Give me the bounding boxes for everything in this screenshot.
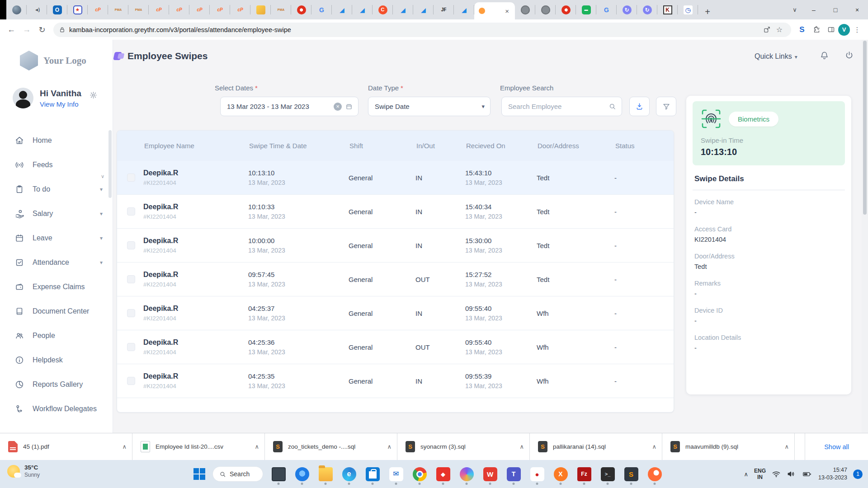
new-tab-button[interactable]: + bbox=[700, 4, 715, 19]
pinned-tab[interactable] bbox=[291, 0, 311, 19]
taskbar-app-icon[interactable]: T bbox=[502, 462, 525, 486]
employee-search-input[interactable] bbox=[502, 97, 609, 116]
taskbar-app-icon[interactable]: ◆ bbox=[431, 462, 455, 486]
reload-button[interactable]: ↻ bbox=[34, 22, 50, 38]
pinned-tab[interactable]: PMA bbox=[108, 0, 128, 19]
row-checkbox[interactable] bbox=[127, 241, 135, 249]
extensions-puzzle-icon[interactable] bbox=[809, 23, 824, 37]
pinned-tab[interactable] bbox=[556, 0, 576, 19]
back-button[interactable]: ← bbox=[4, 22, 19, 38]
pinned-tab[interactable]: G bbox=[311, 0, 332, 19]
taskbar-app-icon[interactable] bbox=[643, 462, 666, 486]
logout-power-icon[interactable] bbox=[844, 51, 854, 60]
taskbar-app-icon[interactable]: Fz bbox=[572, 462, 596, 486]
taskbar-app-icon[interactable]: ● bbox=[525, 462, 549, 486]
table-row[interactable]: Deepika.R #KI2201404 04:25:36 13 Mar, 20… bbox=[117, 330, 674, 364]
taskbar-app-icon[interactable] bbox=[408, 462, 431, 486]
download-chip[interactable]: pallikaranai (14).sql ∧ bbox=[530, 433, 662, 460]
sidebar-item-home[interactable]: Home bbox=[0, 128, 113, 153]
taskbar-app-icon[interactable] bbox=[455, 462, 478, 486]
sidebar-scrollbar-thumb[interactable] bbox=[108, 130, 112, 198]
clear-dates-icon[interactable]: × bbox=[334, 103, 342, 111]
bookmark-star-icon[interactable]: ☆ bbox=[773, 23, 786, 36]
sidebar-item-leave[interactable]: Leave ▾ bbox=[0, 226, 113, 250]
table-row[interactable]: Deepika.R #KI2201404 10:10:33 13 Mar, 20… bbox=[117, 195, 674, 229]
row-checkbox[interactable] bbox=[127, 343, 135, 351]
wifi-icon[interactable] bbox=[772, 469, 781, 479]
sidebar-item-attendance[interactable]: Attendance ▾ bbox=[0, 250, 113, 275]
show-all-downloads-link[interactable]: Show all bbox=[805, 433, 868, 460]
gear-icon[interactable] bbox=[90, 91, 97, 99]
search-icon[interactable] bbox=[609, 103, 616, 110]
extension-s-icon[interactable]: S bbox=[795, 23, 809, 37]
taskbar-app-icon[interactable]: e bbox=[337, 462, 361, 486]
sidebar-item-reports-gallery[interactable]: Reports Gallery bbox=[0, 372, 113, 397]
chevron-up-icon[interactable]: ∧ bbox=[784, 443, 789, 450]
taskbar-weather-widget[interactable]: 35°C Sunny bbox=[7, 464, 40, 478]
window-close-button[interactable]: × bbox=[846, 0, 868, 19]
page-scrollbar[interactable] bbox=[862, 40, 868, 433]
table-row[interactable]: Deepika.R #KI2201404 09:57:45 13 Mar, 20… bbox=[117, 263, 674, 296]
notification-count-badge[interactable]: 1 bbox=[853, 469, 863, 479]
row-checkbox[interactable] bbox=[127, 207, 135, 216]
pinned-tab[interactable]: ◄) bbox=[27, 0, 47, 19]
start-button[interactable] bbox=[190, 463, 209, 485]
table-row[interactable]: Deepika.R #KI2201404 10:00:00 13 Mar, 20… bbox=[117, 229, 674, 263]
pinned-tab[interactable]: ◢ bbox=[332, 0, 352, 19]
pinned-tab[interactable]: cP bbox=[88, 0, 108, 19]
pinned-tab[interactable]: O bbox=[47, 0, 67, 19]
tab-search-chevron[interactable]: ∨ bbox=[787, 0, 803, 19]
pinned-tab[interactable]: C bbox=[373, 0, 393, 19]
tab-close-icon[interactable]: × bbox=[504, 7, 510, 15]
pinned-tab[interactable]: cP bbox=[189, 0, 210, 19]
notifications-bell-icon[interactable] bbox=[820, 51, 829, 60]
download-button[interactable] bbox=[629, 97, 650, 116]
pinned-tab[interactable]: PMA bbox=[128, 0, 149, 19]
quick-links-dropdown[interactable]: Quick Links▾ bbox=[755, 52, 797, 61]
pinned-tab[interactable]: cP bbox=[210, 0, 230, 19]
taskbar-app-icon[interactable]: X bbox=[549, 462, 572, 486]
pinned-tab[interactable]: ↻ bbox=[617, 0, 637, 19]
calendar-icon[interactable] bbox=[345, 103, 353, 110]
filter-button[interactable] bbox=[656, 97, 676, 116]
download-chip[interactable]: zoo_tickets_demo -....sql ∧ bbox=[265, 433, 397, 460]
pinned-tab[interactable]: ◢ bbox=[393, 0, 413, 19]
download-chip[interactable]: Employee Id list-20....csv ∧ bbox=[132, 433, 265, 460]
sidebar-item-salary[interactable]: Salary ▾ bbox=[0, 202, 113, 226]
chevron-up-icon[interactable]: ∧ bbox=[652, 443, 656, 450]
pinned-tab[interactable]: cP bbox=[149, 0, 169, 19]
download-chip[interactable]: 45 (1).pdf ∧ bbox=[0, 433, 132, 460]
window-minimize-button[interactable]: – bbox=[803, 0, 825, 19]
date-range-input[interactable]: 13 Mar 2023 - 13 Mar 2023 × bbox=[220, 97, 359, 116]
download-chip[interactable]: maavumilldb (9).sql ∧ bbox=[662, 433, 795, 460]
chevron-up-icon[interactable]: ∧ bbox=[519, 443, 524, 450]
taskbar-app-icon[interactable]: W bbox=[478, 462, 502, 486]
taskbar-app-icon[interactable] bbox=[267, 462, 290, 486]
pinned-tab[interactable]: PMA bbox=[271, 0, 291, 19]
taskbar-app-icon[interactable] bbox=[314, 462, 337, 486]
taskbar-clock[interactable]: 15:47 13-03-2023 bbox=[818, 466, 847, 482]
table-row[interactable]: Deepika.R #KI2201404 04:25:35 13 Mar, 20… bbox=[117, 364, 674, 398]
taskbar-app-icon[interactable]: >_ bbox=[596, 462, 619, 486]
language-indicator[interactable]: ENG IN bbox=[754, 468, 766, 481]
pinned-tab[interactable]: ◷ bbox=[678, 0, 698, 19]
window-maximize-button[interactable]: □ bbox=[825, 0, 846, 19]
table-row[interactable]: Deepika.R #KI2201404 04:25:37 13 Mar, 20… bbox=[117, 296, 674, 330]
sidebar-item-todo[interactable]: To do ▾ bbox=[0, 177, 113, 202]
pinned-tab[interactable]: cP bbox=[230, 0, 250, 19]
pinned-tab[interactable] bbox=[6, 0, 27, 19]
browser-profile-avatar[interactable]: V bbox=[838, 24, 850, 36]
taskbar-app-icon[interactable] bbox=[361, 462, 384, 486]
sidebar-item-document-center[interactable]: Document Center bbox=[0, 299, 113, 324]
row-checkbox[interactable] bbox=[127, 377, 135, 385]
pinned-tab[interactable]: K bbox=[657, 0, 678, 19]
pinned-tab[interactable]: ◢ bbox=[352, 0, 373, 19]
pinned-tab[interactable]: JF bbox=[434, 0, 454, 19]
chevron-up-icon[interactable]: ∧ bbox=[122, 443, 127, 450]
chevron-up-icon[interactable]: ∧ bbox=[255, 443, 259, 450]
scrollbar-thumb[interactable] bbox=[863, 41, 867, 215]
pinned-tab[interactable]: ★ bbox=[67, 0, 88, 19]
table-row[interactable]: Deepika.R #KI2201404 10:13:10 13 Mar, 20… bbox=[117, 161, 674, 195]
sidebar-item-helpdesk[interactable]: Helpdesk bbox=[0, 348, 113, 372]
pinned-tab[interactable]: ◢ bbox=[413, 0, 434, 19]
